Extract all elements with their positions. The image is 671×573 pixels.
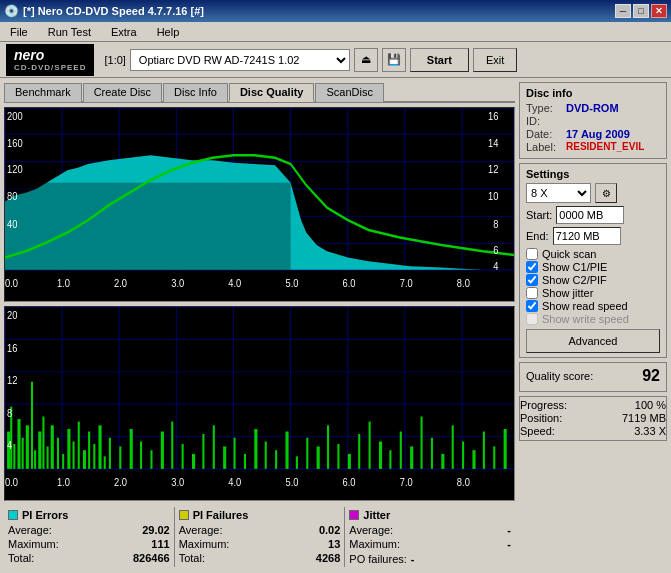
pi-failures-max-row: Maximum: 13: [179, 537, 341, 551]
speed-row: Speed: 3.33 X: [520, 425, 666, 437]
disc-id-key: ID:: [526, 115, 562, 127]
disc-date-val: 17 Aug 2009: [566, 128, 630, 140]
show-jitter-label: Show jitter: [542, 287, 593, 299]
tab-scan-disc[interactable]: ScanDisc: [315, 83, 383, 102]
jitter-group: Jitter Average: - Maximum: - PO failures…: [345, 507, 515, 567]
speed-label: Speed:: [520, 425, 555, 437]
svg-rect-93: [254, 429, 257, 469]
svg-text:16: 16: [7, 342, 18, 354]
svg-text:200: 200: [7, 111, 23, 123]
svg-text:6.0: 6.0: [343, 477, 356, 489]
pi-errors-average-row: Average: 29.02: [8, 523, 170, 537]
upper-chart: 16 14 12 10 8 6 4 200 160 120 80 40 0.0 …: [4, 107, 515, 302]
pi-failures-total-row: Total: 4268: [179, 551, 341, 565]
settings-icon: ⚙: [602, 188, 611, 199]
svg-rect-71: [67, 429, 70, 469]
close-button[interactable]: ✕: [651, 4, 667, 18]
svg-text:0.0: 0.0: [5, 278, 18, 290]
disc-id-row: ID:: [526, 115, 660, 127]
svg-rect-65: [38, 432, 41, 469]
svg-rect-101: [337, 444, 339, 469]
svg-text:160: 160: [7, 137, 23, 149]
show-c1pie-checkbox[interactable]: [526, 261, 538, 273]
jitter-title: Jitter: [363, 509, 390, 521]
show-c2pif-row: Show C2/PIF: [526, 274, 660, 286]
menu-bar: File Run Test Extra Help: [0, 22, 671, 42]
svg-rect-95: [275, 450, 277, 469]
svg-rect-68: [51, 425, 54, 469]
jitter-max-val: -: [507, 538, 511, 550]
progress-val: 100 %: [635, 399, 666, 411]
start-button[interactable]: Start: [410, 48, 469, 72]
speed-select[interactable]: 8 X: [526, 183, 591, 203]
pi-failures-header: PI Failures: [179, 509, 341, 521]
show-jitter-row: Show jitter: [526, 287, 660, 299]
end-row: End:: [526, 227, 660, 245]
toolbar-save-button[interactable]: 💾: [382, 48, 406, 72]
svg-rect-60: [17, 419, 20, 469]
menu-extra[interactable]: Extra: [105, 25, 143, 39]
show-jitter-checkbox[interactable]: [526, 287, 538, 299]
drive-select[interactable]: Optiarc DVD RW AD-7241S 1.02: [130, 49, 350, 71]
svg-text:2.0: 2.0: [114, 278, 127, 290]
advanced-button[interactable]: Advanced: [526, 329, 660, 353]
show-c2pif-checkbox[interactable]: [526, 274, 538, 286]
disc-type-key: Type:: [526, 102, 562, 114]
quick-scan-checkbox[interactable]: [526, 248, 538, 260]
svg-rect-86: [182, 444, 184, 469]
svg-text:3.0: 3.0: [171, 278, 184, 290]
start-input[interactable]: [556, 206, 624, 224]
progress-section: Progress: 100 % Position: 7119 MB Speed:…: [519, 396, 667, 441]
show-write-speed-checkbox[interactable]: [526, 313, 538, 325]
svg-rect-67: [47, 446, 49, 468]
disc-date-row: Date: 17 Aug 2009: [526, 128, 660, 140]
pi-failures-color: [179, 510, 189, 520]
pi-errors-color: [8, 510, 18, 520]
pi-failures-title: PI Failures: [193, 509, 249, 521]
svg-rect-102: [348, 454, 351, 469]
svg-text:12: 12: [488, 163, 499, 175]
tab-disc-quality[interactable]: Disc Quality: [229, 83, 315, 102]
svg-rect-98: [306, 438, 308, 469]
start-row: Start:: [526, 206, 660, 224]
maximize-button[interactable]: □: [633, 4, 649, 18]
svg-rect-72: [73, 441, 75, 468]
exit-button[interactable]: Exit: [473, 48, 517, 72]
settings-icon-button[interactable]: ⚙: [595, 183, 617, 203]
end-input[interactable]: [553, 227, 621, 245]
disc-label-val: RESIDENT_EVIL: [566, 141, 644, 153]
disc-type-row: Type: DVD-ROM: [526, 102, 660, 114]
svg-text:6: 6: [493, 244, 498, 256]
svg-rect-62: [26, 425, 29, 469]
minimize-button[interactable]: ─: [615, 4, 631, 18]
jitter-average-row: Average: -: [349, 523, 511, 537]
svg-rect-115: [483, 432, 485, 469]
svg-text:14: 14: [488, 137, 499, 149]
pi-failures-max-label: Maximum:: [179, 538, 230, 550]
show-c1pie-row: Show C1/PIE: [526, 261, 660, 273]
tab-benchmark[interactable]: Benchmark: [4, 83, 82, 102]
menu-file[interactable]: File: [4, 25, 34, 39]
show-c2pif-label: Show C2/PIF: [542, 274, 607, 286]
pi-failures-average-label: Average:: [179, 524, 223, 536]
tab-create-disc[interactable]: Create Disc: [83, 83, 162, 102]
progress-row: Progress: 100 %: [520, 399, 666, 411]
show-write-speed-row: Show write speed: [526, 313, 660, 325]
show-read-speed-checkbox[interactable]: [526, 300, 538, 312]
svg-rect-63: [31, 382, 33, 469]
title-bar-controls: ─ □ ✕: [615, 4, 667, 18]
pi-errors-title: PI Errors: [22, 509, 68, 521]
svg-rect-94: [265, 441, 267, 468]
svg-text:4.0: 4.0: [228, 477, 241, 489]
toolbar-disc-button[interactable]: ⏏: [354, 48, 378, 72]
svg-rect-97: [296, 456, 298, 468]
app-icon: 💿: [4, 4, 19, 18]
svg-text:7.0: 7.0: [400, 278, 413, 290]
svg-rect-112: [452, 425, 454, 469]
settings-title: Settings: [526, 168, 660, 180]
menu-run-test[interactable]: Run Test: [42, 25, 97, 39]
svg-text:5.0: 5.0: [285, 278, 298, 290]
menu-help[interactable]: Help: [151, 25, 186, 39]
svg-rect-90: [223, 446, 226, 468]
tab-disc-info[interactable]: Disc Info: [163, 83, 228, 102]
